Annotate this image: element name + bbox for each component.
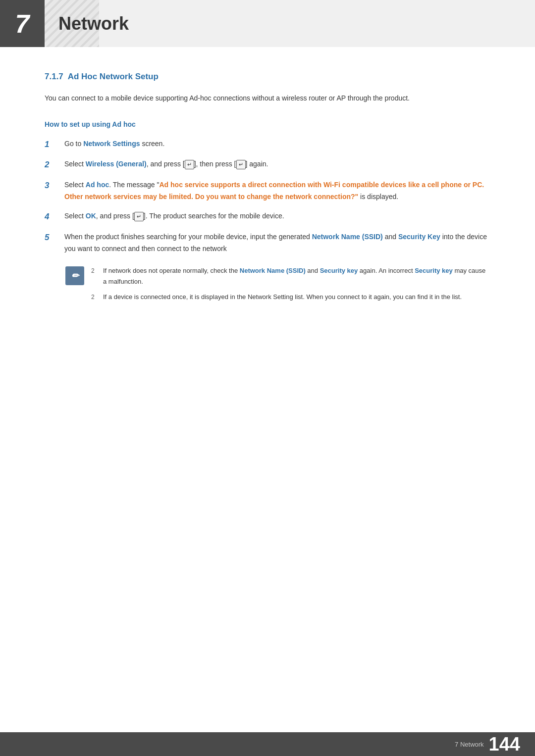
- step-number-3: 3: [45, 179, 60, 192]
- step-item-4: 4 Select OK, and press [↵]. The product …: [45, 210, 490, 223]
- main-content: 7.1.7 Ad Hoc Network Setup You can conne…: [0, 47, 535, 347]
- note1-seckey2: Security key: [415, 267, 453, 274]
- footer-label: 7 Network: [455, 741, 484, 748]
- step-text-3: Select Ad hoc. The message "Ad hoc servi…: [64, 179, 490, 203]
- note-content: 2 If network does not operate normally, …: [91, 265, 490, 307]
- header-bar: 7 Network: [0, 0, 535, 47]
- note-box: ✏ 2 If network does not operate normally…: [65, 265, 490, 307]
- chapter-number-box: 7: [0, 0, 45, 47]
- note1-seckey: Security key: [320, 267, 358, 274]
- step5-ssid: Network Name (SSID): [312, 233, 383, 241]
- step-text-4: Select OK, and press [↵]. The product se…: [64, 210, 490, 222]
- step3-message: Ad hoc service supports a direct connect…: [64, 181, 484, 201]
- note-item-1: 2 If network does not operate normally, …: [91, 265, 490, 287]
- step-number-2: 2: [45, 158, 60, 171]
- note-item-2: 2 If a device is connected once, it is d…: [91, 292, 490, 302]
- step-item-3: 3 Select Ad hoc. The message "Ad hoc ser…: [45, 179, 490, 203]
- step1-highlight: Network Settings: [83, 140, 140, 148]
- step2-highlight: Wireless (General): [86, 160, 147, 168]
- note-bullet-2: 2: [91, 293, 100, 302]
- subsection-heading: How to set up using Ad hoc: [45, 120, 490, 128]
- section-heading: 7.1.7 Ad Hoc Network Setup: [45, 72, 159, 81]
- note-icon: ✏: [65, 266, 84, 285]
- step3-adhoc: Ad hoc: [86, 181, 109, 189]
- note-text-1: If network does not operate normally, ch…: [103, 265, 490, 287]
- note1-ssid: Network Name (SSID): [240, 267, 306, 274]
- footer: 7 Network 144: [0, 732, 535, 756]
- note-icon-symbol: ✏: [71, 270, 79, 281]
- note-text-2: If a device is connected once, it is dis…: [103, 292, 490, 302]
- section-heading-wrapper: 7.1.7 Ad Hoc Network Setup: [45, 72, 490, 82]
- step-number-4: 4: [45, 210, 60, 223]
- step-number-1: 1: [45, 138, 60, 151]
- step-item-5: 5 When the product finishes searching fo…: [45, 231, 490, 255]
- step-text-2: Select Wireless (General), and press [↵]…: [64, 158, 490, 170]
- step-text-5: When the product finishes searching for …: [64, 231, 490, 255]
- step-item-1: 1 Go to Network Settings screen.: [45, 138, 490, 151]
- step4-ok: OK: [86, 212, 96, 220]
- enter-key-3: ↵: [134, 212, 144, 221]
- footer-page: 144: [489, 735, 520, 754]
- chapter-title: Network: [58, 13, 129, 34]
- note-bullet-1: 2: [91, 266, 100, 276]
- step5-seckey: Security Key: [398, 233, 440, 241]
- enter-key-2: ↵: [236, 160, 246, 169]
- step-number-5: 5: [45, 231, 60, 244]
- steps-list: 1 Go to Network Settings screen. 2 Selec…: [45, 138, 490, 255]
- step3-suffix: is displayed.: [360, 193, 398, 201]
- step-text-1: Go to Network Settings screen.: [64, 138, 490, 150]
- chapter-number: 7: [15, 9, 30, 39]
- enter-key-1: ↵: [185, 160, 194, 169]
- section-description: You can connect to a mobile device suppo…: [45, 93, 490, 104]
- step-item-2: 2 Select Wireless (General), and press […: [45, 158, 490, 171]
